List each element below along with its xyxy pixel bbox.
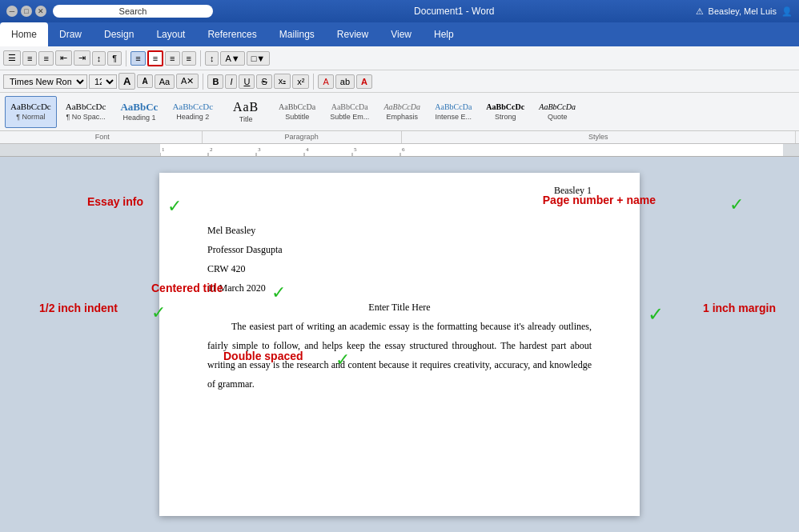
- shading-button[interactable]: A▼: [220, 51, 244, 66]
- separator-1: [126, 50, 126, 66]
- tab-references[interactable]: References: [196, 22, 267, 46]
- tab-help[interactable]: Help: [423, 22, 465, 46]
- style-no-spacing[interactable]: AaBbCcDc ¶ No Spac...: [60, 96, 112, 128]
- minimize-button[interactable]: ─: [6, 6, 18, 17]
- svg-text:3: 3: [258, 146, 261, 153]
- style-title[interactable]: AaB Title: [222, 96, 270, 128]
- font-size-select[interactable]: 12: [89, 74, 117, 89]
- search-box[interactable]: Search: [53, 5, 213, 18]
- professor-name: Professor Dasgupta: [207, 240, 592, 259]
- borders-button[interactable]: □▼: [247, 51, 271, 66]
- svg-text:2: 2: [210, 146, 213, 153]
- italic-button[interactable]: I: [225, 74, 237, 89]
- font-color-button[interactable]: A: [356, 74, 372, 89]
- tab-home[interactable]: Home: [0, 22, 48, 46]
- tab-draw[interactable]: Draw: [48, 22, 93, 46]
- strikethrough-button[interactable]: S: [256, 74, 271, 89]
- style-heading1[interactable]: AaBbCc Heading 1: [114, 96, 163, 128]
- highlight-button[interactable]: ab: [335, 74, 355, 89]
- style-subtitle[interactable]: AaBbCcDa Subtitle: [273, 96, 321, 128]
- tab-review[interactable]: Review: [326, 22, 379, 46]
- window-controls[interactable]: ─ □ ✕: [6, 6, 46, 17]
- style-title-preview: AaB: [233, 101, 259, 114]
- align-right-button[interactable]: ≡: [165, 51, 179, 66]
- one-inch-margin-check: ✓: [648, 295, 664, 334]
- style-strong[interactable]: AaBbCcDc Strong: [480, 96, 530, 128]
- style-normal-preview: AaBbCcDc: [10, 102, 51, 111]
- subscript-button[interactable]: x₂: [274, 74, 291, 89]
- document-page[interactable]: Beasley 1 Page number + name ✓ Essay inf…: [159, 173, 640, 516]
- style-emphasis-label: Emphasis: [386, 113, 418, 121]
- styles-ribbon: AaBbCcDc ¶ Normal AaBbCcDc ¶ No Spac... …: [0, 93, 799, 131]
- user-info: ⚠ Beasley, Mel Luis 👤: [696, 6, 793, 17]
- style-subtle-em[interactable]: AaBbCcDa Subtle Em...: [324, 96, 375, 128]
- superscript-button[interactable]: x²: [292, 74, 309, 89]
- font-grow-button[interactable]: A: [118, 73, 135, 90]
- close-button[interactable]: ✕: [35, 6, 46, 17]
- underline-button[interactable]: U: [239, 74, 255, 89]
- style-subtle-em-preview: AaBbCcDa: [331, 103, 368, 111]
- separator-3: [203, 74, 203, 90]
- align-center-button[interactable]: ≡: [147, 50, 163, 66]
- essay-date: 11 March 2020: [207, 278, 592, 298]
- tab-view[interactable]: View: [379, 22, 423, 46]
- ruler-marks: 1 2 3 4 5 6: [160, 144, 783, 156]
- style-heading2[interactable]: AaBbCcDc Heading 2: [167, 96, 219, 128]
- style-subtitle-label: Subtitle: [285, 113, 309, 121]
- line-spacing-button[interactable]: ↕: [205, 51, 219, 66]
- svg-text:4: 4: [306, 146, 309, 153]
- annotation-essay-info: Essay info: [87, 190, 143, 213]
- warning-icon: ⚠: [696, 6, 704, 17]
- decrease-indent-button[interactable]: ⇤: [55, 50, 72, 66]
- svg-text:5: 5: [354, 146, 357, 153]
- annotation-double-spaced: Double spaced: [223, 345, 303, 367]
- double-spaced-check: ✓: [335, 342, 350, 378]
- text-effects-button[interactable]: A: [318, 74, 333, 89]
- style-quote-preview: AaBbCcDa: [539, 103, 576, 111]
- change-case-button[interactable]: Aа: [155, 74, 175, 89]
- sort-button[interactable]: ↕: [92, 51, 106, 66]
- half-inch-indent-check: ✓: [151, 295, 166, 330]
- separator-2: [200, 50, 201, 66]
- style-heading1-label: Heading 1: [122, 114, 155, 122]
- bullets-button[interactable]: ☰: [3, 50, 21, 66]
- style-strong-preview: AaBbCcDc: [486, 103, 524, 111]
- style-strong-label: Strong: [495, 113, 516, 121]
- style-quote[interactable]: AaBbCcDa Quote: [533, 96, 581, 128]
- bold-button[interactable]: B: [207, 74, 223, 89]
- course-name: CRW 420: [207, 259, 592, 278]
- style-quote-label: Quote: [548, 113, 568, 121]
- tab-mailings[interactable]: Mailings: [268, 22, 326, 46]
- style-no-spacing-label: ¶ No Spac...: [66, 113, 105, 121]
- essay-info-check: ✓: [167, 189, 182, 224]
- clear-formatting-button[interactable]: A✕: [176, 74, 199, 89]
- ribbon-toolbar: ☰ ≡ ≡ ⇤ ⇥ ↕ ¶ ≡ ≡ ≡ ≡ ↕ A▼ □▼: [0, 46, 799, 70]
- title-text: Enter Title Here: [207, 298, 592, 317]
- paragraph-section-label: Paragraph: [203, 131, 402, 143]
- show-formatting-button[interactable]: ¶: [107, 51, 122, 66]
- style-intense-e[interactable]: AaBbCcDa Intense E...: [429, 96, 477, 128]
- user-avatar: 👤: [781, 6, 793, 17]
- style-emphasis[interactable]: AaBbCcDa Emphasis: [378, 96, 426, 128]
- font-section-label: Font: [3, 131, 203, 143]
- align-left-button[interactable]: ≡: [130, 51, 145, 66]
- app-title: Document1 - Word: [213, 6, 696, 17]
- style-normal[interactable]: AaBbCcDc ¶ Normal: [5, 96, 57, 128]
- multilevel-button[interactable]: ≡: [38, 51, 53, 66]
- numbering-button[interactable]: ≡: [22, 51, 37, 66]
- svg-text:1: 1: [162, 146, 165, 153]
- increase-indent-button[interactable]: ⇥: [74, 50, 90, 66]
- username: Beasley, Mel Luis: [709, 6, 777, 16]
- document-area: 1/2 inch indent ✓ 1 inch margin ✓ Beasle…: [0, 157, 799, 532]
- annotation-half-inch-indent: 1/2 inch indent: [39, 297, 118, 319]
- author-name: Mel Beasley: [207, 221, 592, 240]
- tab-design[interactable]: Design: [93, 22, 145, 46]
- font-select[interactable]: Times New Roma: [3, 74, 87, 89]
- tab-layout[interactable]: Layout: [145, 22, 196, 46]
- page-number-check: ✓: [729, 187, 744, 222]
- justify-button[interactable]: ≡: [182, 51, 196, 66]
- style-intense-e-preview: AaBbCcDa: [435, 103, 472, 111]
- font-shrink-button[interactable]: A: [137, 74, 152, 88]
- style-intense-e-label: Intense E...: [436, 113, 472, 121]
- maximize-button[interactable]: □: [21, 6, 32, 17]
